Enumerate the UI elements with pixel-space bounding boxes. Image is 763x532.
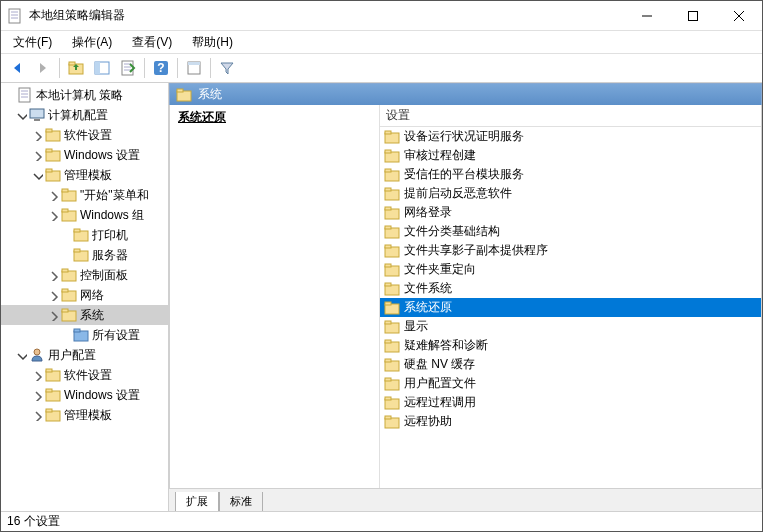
title-bar: 本地组策略编辑器 [1, 1, 762, 31]
list-item[interactable]: 文件分类基础结构 [380, 222, 761, 241]
chevron-right-icon[interactable] [47, 289, 59, 301]
folder-icon [384, 376, 400, 392]
list-item[interactable]: 文件系统 [380, 279, 761, 298]
back-button[interactable] [5, 56, 29, 80]
list-item[interactable]: 文件共享影子副本提供程序 [380, 241, 761, 260]
list-item[interactable]: 提前启动反恶意软件 [380, 184, 761, 203]
folder-icon [384, 300, 400, 316]
tree-user-templates[interactable]: 管理模板 [1, 405, 168, 425]
list-item[interactable]: 设备运行状况证明服务 [380, 127, 761, 146]
detail-panel: 系统还原 [170, 105, 380, 488]
tree-user-software[interactable]: 软件设置 [1, 365, 168, 385]
svg-rect-20 [188, 62, 200, 65]
folder-icon [61, 287, 77, 303]
folder-icon [45, 367, 61, 383]
tree-control[interactable]: 控制面板 [1, 265, 168, 285]
list-item[interactable]: 远程协助 [380, 412, 761, 431]
chevron-right-icon[interactable] [47, 209, 59, 221]
folder-icon [384, 129, 400, 145]
list-body[interactable]: 设备运行状况证明服务审核过程创建受信任的平台模块服务提前启动反恶意软件网络登录文… [380, 127, 761, 488]
tree-all[interactable]: 所有设置 [1, 325, 168, 345]
folder-icon [384, 148, 400, 164]
folder-icon [61, 307, 77, 323]
folder-icon [384, 186, 400, 202]
show-hide-tree-button[interactable] [90, 56, 114, 80]
tree-software[interactable]: 软件设置 [1, 125, 168, 145]
chevron-right-icon[interactable] [31, 149, 43, 161]
tree-network[interactable]: 网络 [1, 285, 168, 305]
menu-action[interactable]: 操作(A) [68, 32, 116, 53]
menu-bar: 文件(F) 操作(A) 查看(V) 帮助(H) [1, 31, 762, 53]
menu-view[interactable]: 查看(V) [128, 32, 176, 53]
chevron-right-icon[interactable] [31, 129, 43, 141]
list-column-header[interactable]: 设置 [380, 105, 761, 127]
user-icon [29, 347, 45, 363]
folder-icon [384, 414, 400, 430]
folder-icon [45, 147, 61, 163]
chevron-right-icon[interactable] [31, 389, 43, 401]
list-item[interactable]: 显示 [380, 317, 761, 336]
minimize-button[interactable] [624, 1, 670, 30]
up-button[interactable] [64, 56, 88, 80]
tree-printers[interactable]: 打印机 [1, 225, 168, 245]
folder-icon [176, 87, 192, 103]
list-item[interactable]: 疑难解答和诊断 [380, 336, 761, 355]
app-icon [7, 8, 23, 24]
chevron-down-icon[interactable] [31, 169, 43, 181]
chevron-right-icon[interactable] [47, 309, 59, 321]
maximize-button[interactable] [670, 1, 716, 30]
folder-icon [384, 281, 400, 297]
folder-icon [384, 319, 400, 335]
tree-start[interactable]: "开始"菜单和 [1, 185, 168, 205]
tab-extended[interactable]: 扩展 [175, 492, 219, 511]
content-header: 系统 [169, 83, 762, 105]
tree-user-windows[interactable]: Windows 设置 [1, 385, 168, 405]
export-button[interactable] [116, 56, 140, 80]
folder-icon [45, 387, 61, 403]
tree-root[interactable]: 本地计算机 策略 [1, 85, 168, 105]
menu-help[interactable]: 帮助(H) [188, 32, 237, 53]
chevron-right-icon[interactable] [47, 189, 59, 201]
tree-templates[interactable]: 管理模板 [1, 165, 168, 185]
folder-icon [384, 243, 400, 259]
list-item[interactable]: 用户配置文件 [380, 374, 761, 393]
chevron-right-icon[interactable] [47, 269, 59, 281]
status-bar: 16 个设置 [1, 511, 762, 531]
list-item[interactable]: 远程过程调用 [380, 393, 761, 412]
folder-icon [384, 205, 400, 221]
chevron-right-icon[interactable] [31, 369, 43, 381]
tree-user-config[interactable]: 用户配置 [1, 345, 168, 365]
list-item[interactable]: 文件夹重定向 [380, 260, 761, 279]
list-item[interactable]: 网络登录 [380, 203, 761, 222]
chevron-right-icon[interactable] [31, 409, 43, 421]
help-button[interactable]: ? [149, 56, 173, 80]
tab-strip: 扩展 标准 [169, 489, 762, 511]
tree-windows[interactable]: Windows 设置 [1, 145, 168, 165]
folder-icon [45, 167, 61, 183]
list-item[interactable]: 硬盘 NV 缓存 [380, 355, 761, 374]
tree-computer-config[interactable]: 计算机配置 [1, 105, 168, 125]
filter-button[interactable] [215, 56, 239, 80]
window-title: 本地组策略编辑器 [29, 7, 624, 24]
tree-system[interactable]: 系统 [1, 305, 168, 325]
svg-rect-16 [95, 62, 100, 74]
tree-panel[interactable]: 本地计算机 策略 计算机配置 软件设置 Windows 设置 管理模板 "开始"… [1, 83, 169, 511]
folder-icon [73, 227, 89, 243]
close-button[interactable] [716, 1, 762, 30]
folder-blue-icon [73, 327, 89, 343]
list-item[interactable]: 审核过程创建 [380, 146, 761, 165]
properties-button[interactable] [182, 56, 206, 80]
list-item[interactable]: 受信任的平台模块服务 [380, 165, 761, 184]
tree-servers[interactable]: 服务器 [1, 245, 168, 265]
tree-wincomp[interactable]: Windows 组 [1, 205, 168, 225]
list-item[interactable]: 系统还原 [380, 298, 761, 317]
forward-button[interactable] [31, 56, 55, 80]
folder-icon [384, 395, 400, 411]
detail-heading[interactable]: 系统还原 [178, 109, 371, 126]
chevron-down-icon[interactable] [15, 109, 27, 121]
folder-icon [384, 338, 400, 354]
chevron-down-icon[interactable] [15, 349, 27, 361]
menu-file[interactable]: 文件(F) [9, 32, 56, 53]
toolbar: ? [1, 53, 762, 83]
tab-standard[interactable]: 标准 [219, 492, 263, 511]
